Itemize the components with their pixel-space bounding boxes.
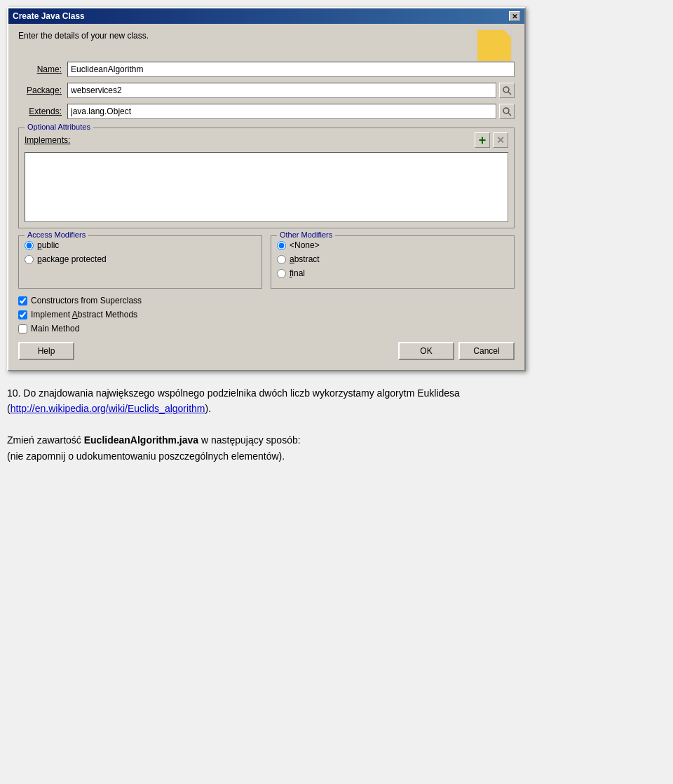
name-label: Name: (18, 64, 67, 74)
implement-abstract-checkbox[interactable] (18, 310, 27, 319)
other-none-label: <None> (290, 240, 320, 250)
dialog-subtitle: Enter the details of your new class. (18, 31, 515, 41)
close-button[interactable]: ✕ (509, 11, 520, 21)
paragraph-2-pre: Zmień zawartość (7, 434, 84, 446)
other-abstract-label: abstract (290, 254, 320, 264)
dialog-wrapper: Create Java Class ✕ Enter the details of… (7, 7, 666, 371)
create-java-class-dialog: Create Java Class ✕ Enter the details of… (7, 7, 526, 371)
other-final-item: final (277, 268, 508, 278)
implements-list (25, 152, 508, 222)
access-package-label: package protected (37, 254, 107, 264)
main-method-checkbox[interactable] (18, 324, 27, 333)
modifiers-row: Access Modifiers public package protecte… (18, 235, 515, 289)
other-abstract-radio[interactable] (277, 255, 286, 264)
paragraph-3: (nie zapomnij o udokumentowaniu poszczeg… (7, 451, 285, 462)
constructors-checkbox-item: Constructors from Superclass (18, 296, 515, 305)
access-modifiers-legend: Access Modifiers (25, 231, 88, 239)
other-modifiers-legend: Other Modifiers (277, 231, 335, 239)
svg-line-3 (508, 113, 511, 116)
package-label-text: Package: (27, 85, 62, 95)
implements-header: Implements: + ✕ (25, 132, 508, 148)
other-abstract-item: abstract (277, 254, 508, 264)
other-modifiers-group: Other Modifiers <None> abstract final (271, 235, 515, 289)
paragraph-1: 10. Do znajdowania największego wspólneg… (7, 385, 568, 417)
other-none-item: <None> (277, 240, 508, 250)
package-browse-button[interactable] (499, 83, 515, 98)
implement-abstract-checkbox-item: Implement Abstract Methods (18, 310, 515, 319)
main-method-label: Main Method (31, 324, 79, 333)
dialog-title: Create Java Class (13, 11, 85, 21)
name-label-text: Name: (37, 64, 62, 74)
footer-left: Help (18, 342, 74, 360)
implements-label: Implements: (25, 135, 70, 145)
cancel-button[interactable]: Cancel (458, 342, 515, 360)
paragraph-2-mid: w następujący sposób: (198, 434, 301, 446)
dialog-titlebar: Create Java Class ✕ (8, 8, 524, 24)
package-label: Package: (18, 85, 67, 95)
access-public-radio[interactable] (25, 241, 34, 250)
paragraph-1-end: ). (205, 403, 211, 414)
svg-line-1 (508, 92, 511, 95)
browse-icon (502, 85, 512, 95)
extends-label-text: Extends: (29, 106, 62, 116)
extends-browse-button[interactable] (499, 104, 515, 119)
svg-point-0 (503, 87, 509, 92)
euclid-link[interactable]: http://en.wikipedia.org/wiki/Euclids_alg… (11, 403, 205, 414)
other-none-radio[interactable] (277, 241, 286, 250)
package-row: Package: (18, 83, 515, 98)
name-input[interactable] (67, 62, 515, 77)
access-modifiers-group: Access Modifiers public package protecte… (18, 235, 262, 289)
paragraph-2-bold: EuclideanAlgorithm.java (84, 434, 198, 446)
name-row: Name: (18, 62, 515, 77)
optional-attributes-legend: Optional Attributes (25, 123, 93, 131)
note-icon (477, 29, 512, 62)
add-implements-button[interactable]: + (475, 132, 490, 148)
ok-button[interactable]: OK (398, 342, 454, 360)
implements-buttons: + ✕ (475, 132, 508, 148)
extends-input[interactable] (67, 104, 496, 119)
remove-implements-button[interactable]: ✕ (493, 132, 508, 148)
checkboxes-section: Constructors from Superclass Implement A… (18, 296, 515, 333)
extends-row: Extends: (18, 104, 515, 119)
other-final-radio[interactable] (277, 269, 286, 278)
extends-label: Extends: (18, 106, 67, 116)
constructors-checkbox[interactable] (18, 296, 27, 305)
constructors-label: Constructors from Superclass (31, 296, 142, 305)
access-package-item: package protected (25, 254, 256, 264)
svg-point-2 (503, 108, 509, 114)
dialog-footer: Help OK Cancel (18, 342, 515, 360)
browse-icon (502, 106, 512, 116)
implement-abstract-label: Implement Abstract Methods (31, 310, 137, 319)
other-final-label: final (290, 268, 305, 278)
bottom-text-section: 10. Do znajdowania największego wspólneg… (7, 385, 568, 464)
paragraph-2: Zmień zawartość EuclideanAlgorithm.java … (7, 432, 568, 464)
main-method-checkbox-item: Main Method (18, 324, 515, 333)
package-input[interactable] (67, 83, 496, 98)
footer-right: OK Cancel (398, 342, 515, 360)
extends-field-wrapper (67, 104, 515, 119)
package-field-wrapper (67, 83, 515, 98)
optional-attributes-group: Optional Attributes Implements: + ✕ (18, 128, 515, 228)
access-public-label: public (37, 240, 59, 250)
help-button[interactable]: Help (18, 342, 74, 360)
access-package-radio[interactable] (25, 255, 34, 264)
access-public-item: public (25, 240, 256, 250)
dialog-body: Enter the details of your new class. Nam… (8, 24, 524, 370)
